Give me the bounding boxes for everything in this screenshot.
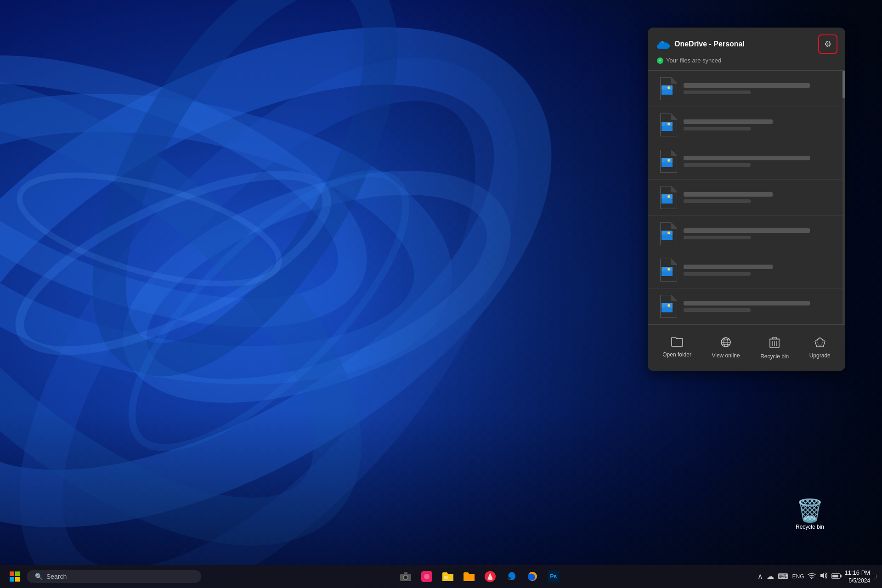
sync-status: ✓ Your files are synced <box>648 55 845 70</box>
file-item[interactable] <box>648 216 845 252</box>
popup-actions: Open folder View online <box>648 324 845 371</box>
clock[interactable]: 11:16 PM 5/5/2024 <box>844 569 870 585</box>
view-online-button[interactable]: View online <box>707 334 744 362</box>
battery-icon[interactable] <box>831 572 842 581</box>
recycle-bin-label: Recycle bin <box>796 524 824 530</box>
file-icon <box>657 186 677 209</box>
file-item[interactable] <box>648 180 845 216</box>
taskbar-edge-app[interactable] <box>502 567 520 586</box>
svg-rect-48 <box>15 571 20 576</box>
file-info <box>684 119 832 130</box>
file-meta-bar <box>684 90 751 94</box>
taskbar-file-explorer-app[interactable] <box>439 567 457 586</box>
svg-rect-62 <box>840 575 842 577</box>
chevron-icon[interactable]: ∧ <box>758 572 763 581</box>
file-info <box>684 301 832 312</box>
svg-point-56 <box>424 574 430 579</box>
taskbar-vivaldi-color-app[interactable] <box>418 567 436 586</box>
open-folder-button[interactable]: Open folder <box>658 334 696 362</box>
file-name-bar <box>684 192 773 197</box>
volume-icon[interactable] <box>820 572 828 581</box>
popup-title: OneDrive - Personal <box>674 40 745 48</box>
file-icon <box>657 259 677 282</box>
search-bar[interactable]: 🔍 Search <box>27 570 201 583</box>
scrollbar-thumb[interactable] <box>842 71 845 98</box>
file-meta-bar <box>684 272 751 276</box>
taskbar-camera-app[interactable] <box>396 567 415 586</box>
file-icon <box>657 113 677 136</box>
onedrive-tray-icon[interactable]: ☁ <box>767 572 774 581</box>
taskbar-photoshop-app[interactable]: Ps <box>544 567 563 586</box>
windows-logo-icon <box>10 571 20 582</box>
file-info <box>684 265 832 276</box>
files-list <box>648 71 845 324</box>
globe-icon <box>720 337 731 350</box>
clock-time: 11:16 PM <box>844 569 870 577</box>
view-online-label: View online <box>712 352 740 359</box>
open-folder-label: Open folder <box>662 351 691 358</box>
language-indicator[interactable]: ENG <box>792 573 804 580</box>
svg-point-53 <box>404 576 407 579</box>
svg-rect-49 <box>10 577 14 582</box>
sync-status-icon: ✓ <box>657 57 663 64</box>
svg-point-24 <box>667 195 670 198</box>
file-meta-bar <box>684 127 751 130</box>
file-item[interactable] <box>648 143 845 180</box>
taskbar-vivaldi-app[interactable] <box>481 567 499 586</box>
file-meta-bar <box>684 236 751 239</box>
file-meta-bar <box>684 199 751 203</box>
folder-icon <box>671 337 683 349</box>
start-button[interactable] <box>5 566 25 587</box>
settings-button[interactable]: ⚙ <box>820 36 836 52</box>
diamond-icon <box>814 337 826 350</box>
svg-point-21 <box>667 159 670 162</box>
svg-point-15 <box>667 86 670 89</box>
file-icon <box>657 222 677 245</box>
file-item[interactable] <box>648 71 845 107</box>
recycle-bin-icon: 🗑️ <box>796 500 824 522</box>
recycle-bin-button[interactable]: Recycle bin <box>756 334 793 362</box>
file-icon <box>657 150 677 173</box>
svg-rect-63 <box>832 575 838 577</box>
svg-rect-54 <box>404 572 407 574</box>
notifications-icon[interactable]: □ <box>873 573 876 580</box>
file-name-bar <box>684 301 810 305</box>
clock-date: 5/5/2024 <box>844 577 870 585</box>
svg-point-18 <box>667 123 670 125</box>
file-info <box>684 192 832 203</box>
taskbar: 🔍 Search <box>0 565 882 588</box>
file-meta-bar <box>684 163 751 167</box>
file-info <box>684 228 832 239</box>
file-icon <box>657 295 677 318</box>
taskbar-firefox-app[interactable] <box>523 567 542 586</box>
onedrive-popup: OneDrive - Personal ⚙ ✓ Your files are s… <box>648 28 845 371</box>
svg-point-30 <box>667 268 670 271</box>
file-item[interactable] <box>648 107 845 143</box>
taskbar-center-apps: Ps <box>201 567 758 586</box>
file-item[interactable] <box>648 252 845 288</box>
file-icon <box>657 77 677 100</box>
popup-header: OneDrive - Personal ⚙ <box>648 28 845 55</box>
svg-point-27 <box>667 232 670 234</box>
file-name-bar <box>684 228 810 233</box>
svg-point-60 <box>811 578 812 579</box>
upgrade-button[interactable]: Upgrade <box>805 334 835 362</box>
taskbar-left: 🔍 Search <box>0 566 201 587</box>
svg-rect-57 <box>444 576 448 579</box>
file-name-bar <box>684 156 810 160</box>
wifi-icon[interactable] <box>808 572 816 581</box>
header-title-area: OneDrive - Personal <box>657 40 745 49</box>
recycle-bin-desktop-icon[interactable]: 🗑️ Recycle bin <box>793 497 827 533</box>
svg-rect-41 <box>773 337 776 339</box>
scrollbar-track[interactable] <box>842 71 845 324</box>
file-item[interactable] <box>648 288 845 324</box>
upgrade-label: Upgrade <box>809 352 831 359</box>
taskbar-files-app[interactable] <box>460 567 478 586</box>
system-tray: ∧ ☁ ⌨ ENG <box>758 572 842 581</box>
recycle-bin-label: Recycle bin <box>760 353 789 360</box>
svg-marker-45 <box>815 338 825 347</box>
keyboard-icon[interactable]: ⌨ <box>778 572 788 581</box>
search-text: Search <box>46 573 67 580</box>
svg-rect-50 <box>15 577 20 582</box>
file-info <box>684 83 832 94</box>
